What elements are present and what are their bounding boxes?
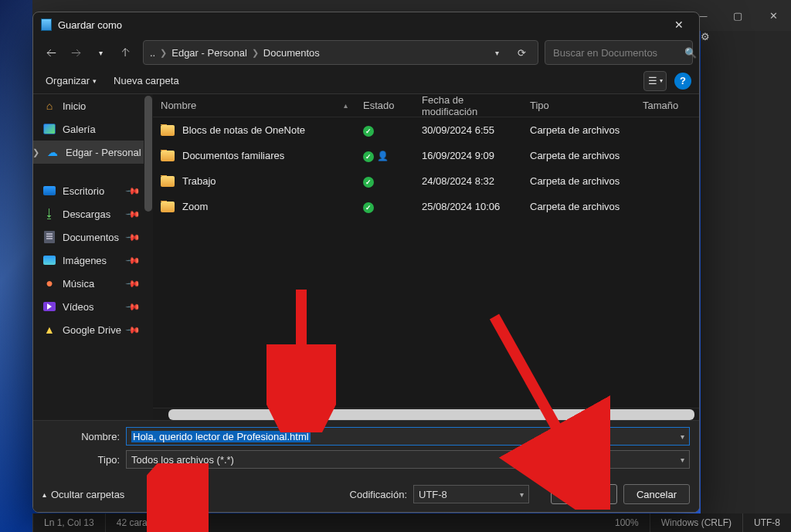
breadcrumb-root[interactable]: ..: [150, 47, 155, 59]
folder-icon: [161, 125, 175, 136]
parent-maximize-button[interactable]: ▢: [720, 0, 755, 31]
folder-icon: [161, 176, 175, 187]
nav-label: Galería: [63, 124, 96, 135]
pin-icon: 📌: [125, 229, 141, 246]
nav-label: Google Drive: [63, 324, 121, 336]
status-zoom[interactable]: 100%: [604, 513, 650, 532]
close-button[interactable]: ✕: [662, 14, 696, 36]
table-row[interactable]: Trabajo✓24/08/2024 8:32Carpeta de archiv…: [153, 168, 699, 194]
organize-menu[interactable]: Organizar ▾: [41, 72, 101, 90]
nav-downloads[interactable]: ⭳ Descargas 📌: [33, 202, 153, 225]
new-folder-button[interactable]: Nueva carpeta: [109, 72, 184, 90]
chevron-down-icon: ▾: [660, 77, 663, 84]
file-list: Nombre▴ Estado Fecha de modificación Tip…: [153, 94, 699, 420]
forward-button[interactable]: 🡢: [64, 41, 87, 64]
table-row[interactable]: Zoom✓25/08/2024 10:06Carpeta de archivos: [153, 194, 699, 219]
status-eol[interactable]: Windows (CRLF): [650, 513, 743, 532]
breadcrumb-item[interactable]: Edgar - Personal: [171, 47, 247, 59]
nav-label: Imágenes: [63, 255, 107, 266]
breadcrumb-item[interactable]: Documentos: [263, 47, 320, 59]
up-button[interactable]: 🡡: [114, 41, 137, 64]
music-icon: ●: [42, 277, 56, 290]
nav-scrollbar-thumb[interactable]: [144, 96, 152, 212]
filename-input[interactable]: Hola, querido lector de Profesional.html…: [126, 427, 690, 446]
sync-ok-icon: ✓: [363, 202, 374, 213]
sync-ok-icon: ✓: [363, 177, 374, 188]
sync-ok-icon: ✓: [363, 151, 374, 162]
col-size[interactable]: Tamaño: [635, 100, 699, 111]
search-box[interactable]: 🔍: [545, 40, 693, 65]
filetype-select[interactable]: Todos los archivos (*.*) ▾: [126, 450, 690, 469]
pin-icon: 📌: [125, 322, 141, 338]
table-row[interactable]: Documentos familiares✓👤16/09/2024 9:09Ca…: [153, 143, 699, 168]
chevron-down-icon[interactable]: ▾: [681, 432, 684, 441]
col-name[interactable]: Nombre▴: [153, 100, 355, 111]
nav-music[interactable]: ● Música 📌: [33, 272, 153, 295]
nav-scrollbar[interactable]: [144, 94, 153, 420]
search-input[interactable]: [552, 46, 684, 59]
view-mode-button[interactable]: ☰ ▾: [643, 71, 667, 91]
nav-pictures[interactable]: Imágenes 📌: [33, 249, 153, 272]
cancel-button[interactable]: Cancelar: [623, 484, 690, 504]
breadcrumb[interactable]: .. ❯ Edgar - Personal ❯ Documentos ▾ ⟳: [143, 40, 538, 65]
status-encoding[interactable]: UTF-8: [743, 513, 791, 532]
encoding-select[interactable]: UTF-8 ▾: [413, 485, 529, 503]
refresh-button[interactable]: ⟳: [511, 42, 531, 63]
nav-gdrive[interactable]: ▲ Google Drive 📌: [33, 318, 153, 341]
search-icon: 🔍: [684, 47, 697, 59]
horizontal-scrollbar-thumb[interactable]: [168, 409, 694, 420]
google-drive-icon: ▲: [42, 324, 56, 336]
save-panel: Nombre: Hola, querido lector de Profesio…: [33, 420, 699, 512]
nav-label: Descargas: [63, 208, 110, 220]
pin-icon: 📌: [125, 276, 141, 292]
gear-icon[interactable]: ⚙: [701, 31, 791, 42]
nav-gallery[interactable]: Galería: [33, 117, 153, 141]
col-status[interactable]: Estado: [355, 100, 414, 111]
back-button[interactable]: 🡠: [39, 41, 63, 64]
save-button[interactable]: Guardar: [551, 484, 617, 504]
filename-label: Nombre:: [42, 431, 120, 442]
folder-icon: [161, 202, 175, 212]
chevron-down-icon[interactable]: ▾: [681, 456, 684, 464]
nav-personal[interactable]: ❯ ☁ Edgar - Personal: [33, 141, 153, 164]
list-icon: ☰: [648, 75, 657, 86]
download-icon: ⭳: [42, 208, 56, 220]
chevron-down-icon[interactable]: ▾: [520, 490, 524, 499]
file-date: 16/09/2024 9:09: [414, 150, 522, 161]
encoding-label: Codificación:: [350, 489, 407, 500]
nav-documents[interactable]: Documentos 📌: [33, 225, 153, 249]
col-type[interactable]: Tipo: [522, 100, 635, 111]
nav-videos[interactable]: Vídeos 📌: [33, 295, 153, 318]
dialog-titlebar[interactable]: Guardar como ✕: [33, 12, 699, 37]
nav-label: Edgar - Personal: [66, 147, 141, 158]
table-row[interactable]: Blocs de notas de OneNote✓30/09/2024 6:5…: [153, 117, 699, 143]
help-button[interactable]: ?: [674, 73, 691, 90]
file-date: 25/08/2024 10:06: [414, 201, 522, 212]
nav-pane: ⌂ Inicio Galería ❯ ☁ Edgar - Personal Es…: [33, 94, 153, 420]
breadcrumb-dropdown[interactable]: ▾: [487, 42, 507, 63]
file-date: 24/08/2024 8:32: [414, 175, 522, 187]
status-charcount: 42 caracteres.: [106, 513, 187, 532]
document-icon: [44, 231, 55, 243]
chevron-right-icon[interactable]: ❯: [33, 147, 39, 158]
chevron-down-icon: ▾: [93, 77, 97, 85]
filetype-label: Tipo:: [42, 454, 120, 466]
parent-close-button[interactable]: ✕: [755, 0, 791, 31]
new-folder-label: Nueva carpeta: [114, 75, 179, 86]
dialog-title: Guardar como: [58, 19, 122, 31]
col-date[interactable]: Fecha de modificación: [414, 94, 522, 117]
nav-home[interactable]: ⌂ Inicio: [33, 94, 153, 117]
parent-statusbar: Ln 1, Col 13 42 caracteres. 100% Windows…: [32, 513, 791, 532]
nav-desktop[interactable]: Escritorio 📌: [33, 179, 153, 202]
encoding-value: UTF-8: [419, 489, 447, 500]
recent-dropdown[interactable]: ▾: [89, 41, 112, 64]
gallery-icon: [43, 124, 56, 134]
pin-icon: 📌: [125, 206, 141, 222]
hide-folders-label: Ocultar carpetas: [51, 489, 124, 500]
hide-folders-toggle[interactable]: ▴ Ocultar carpetas: [42, 489, 124, 500]
nav-label: Inicio: [63, 100, 86, 112]
nav-label: Vídeos: [63, 301, 93, 313]
column-headers[interactable]: Nombre▴ Estado Fecha de modificación Tip…: [153, 94, 699, 117]
cloud-icon: ☁: [46, 146, 59, 158]
horizontal-scrollbar[interactable]: [153, 408, 699, 420]
